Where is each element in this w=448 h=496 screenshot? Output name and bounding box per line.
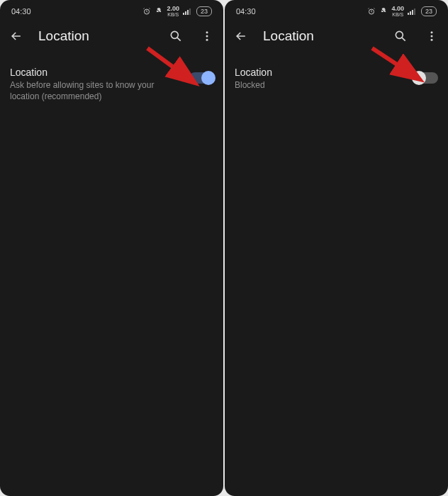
- alarm-icon: [367, 7, 376, 16]
- mute-icon: [379, 7, 388, 16]
- svg-rect-17: [414, 9, 415, 15]
- signal-icon: [183, 8, 193, 15]
- setting-subtitle: Ask before allowing sites to know your l…: [10, 79, 179, 102]
- mute-icon: [155, 7, 163, 16]
- svg-point-21: [431, 39, 433, 41]
- svg-point-18: [396, 31, 403, 38]
- setting-text: Location Ask before allowing sites to kn…: [10, 67, 179, 102]
- svg-point-8: [206, 35, 208, 38]
- app-bar: Location: [0, 18, 223, 52]
- toggle-thumb: [201, 71, 215, 85]
- network-speed: 4.00 KB/S: [391, 6, 404, 17]
- svg-point-19: [431, 31, 433, 33]
- svg-rect-5: [189, 9, 191, 15]
- svg-rect-14: [408, 13, 409, 15]
- more-button[interactable]: [198, 27, 216, 45]
- alarm-icon: [142, 7, 151, 16]
- svg-rect-2: [183, 13, 184, 15]
- search-button[interactable]: [391, 27, 410, 45]
- status-bar: 04:30 4.00 KB/S 23: [225, 0, 448, 18]
- phone-panel-right: 04:30 4.00 KB/S 23 Location: [225, 0, 448, 496]
- svg-rect-16: [412, 10, 413, 15]
- svg-rect-15: [410, 11, 411, 15]
- battery-indicator: 23: [196, 6, 212, 16]
- signal-icon: [408, 8, 418, 15]
- page-title: Location: [263, 28, 379, 44]
- svg-point-9: [206, 39, 208, 41]
- status-time: 04:30: [11, 7, 31, 16]
- svg-point-6: [171, 31, 178, 38]
- location-toggle[interactable]: [189, 72, 213, 84]
- settings-content: Location Ask before allowing sites to kn…: [0, 52, 223, 116]
- svg-point-7: [206, 31, 208, 33]
- location-setting-row[interactable]: Location Blocked: [235, 67, 438, 91]
- phone-panel-left: 04:30 2.00 KB/S 23 Location: [0, 0, 223, 496]
- location-toggle[interactable]: [414, 72, 438, 84]
- svg-point-20: [431, 35, 433, 38]
- svg-rect-4: [187, 10, 189, 15]
- status-icons: 2.00 KB/S 23: [142, 6, 212, 17]
- location-setting-row[interactable]: Location Ask before allowing sites to kn…: [10, 67, 213, 102]
- status-time: 04:30: [236, 7, 256, 16]
- search-button[interactable]: [167, 27, 185, 45]
- svg-rect-3: [185, 11, 186, 15]
- setting-title: Location: [10, 67, 179, 78]
- toggle-thumb: [412, 71, 426, 85]
- setting-title: Location: [235, 67, 404, 78]
- back-button[interactable]: [232, 27, 250, 45]
- battery-indicator: 23: [421, 6, 437, 16]
- page-title: Location: [38, 28, 154, 44]
- more-button[interactable]: [422, 27, 441, 45]
- setting-text: Location Blocked: [235, 67, 404, 91]
- network-speed: 2.00 KB/S: [167, 6, 179, 17]
- back-button[interactable]: [7, 27, 26, 45]
- status-bar: 04:30 2.00 KB/S 23: [0, 0, 223, 18]
- setting-subtitle: Blocked: [235, 79, 404, 91]
- status-icons: 4.00 KB/S 23: [367, 6, 437, 17]
- app-bar: Location: [225, 18, 448, 52]
- settings-content: Location Blocked: [225, 52, 448, 105]
